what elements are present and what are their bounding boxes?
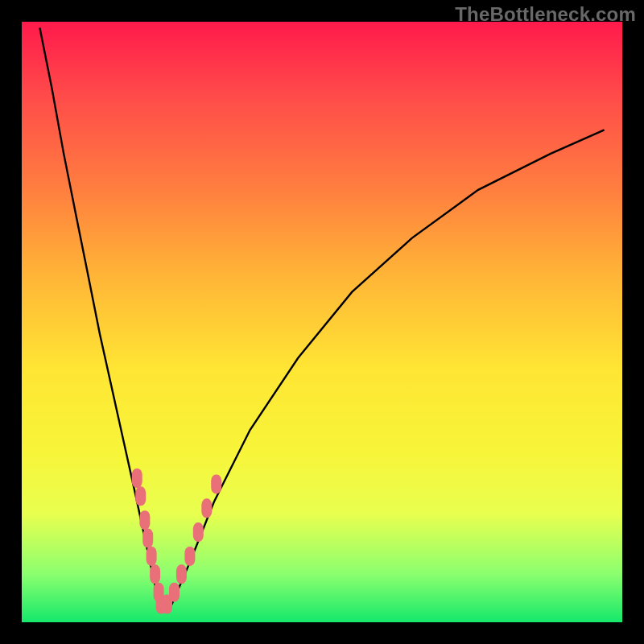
bead	[176, 564, 187, 584]
bead	[193, 522, 204, 542]
bead	[184, 547, 195, 566]
chart-plot-area	[22, 22, 622, 622]
bead	[135, 486, 146, 506]
bead-cluster-right	[162, 474, 221, 613]
chart-svg	[22, 22, 622, 622]
bead	[201, 498, 212, 518]
bead	[132, 469, 142, 488]
bead	[150, 564, 160, 584]
bottleneck-curve	[39, 28, 604, 611]
bead	[147, 547, 157, 566]
bead	[211, 474, 221, 493]
watermark-text: TheBottleneck.com	[455, 3, 636, 26]
bead	[139, 510, 150, 530]
bead	[142, 529, 153, 548]
bead	[169, 583, 180, 602]
bead-cluster-left	[132, 469, 167, 614]
